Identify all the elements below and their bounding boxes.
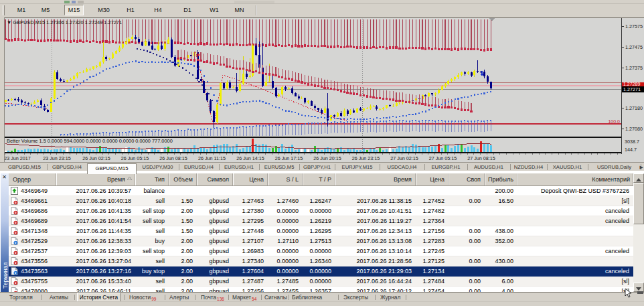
svg-text:144.7: 144.7 xyxy=(625,147,637,153)
svg-text:1.27289: 1.27289 xyxy=(623,82,640,86)
svg-text:23 Jun 2017: 23 Jun 2017 xyxy=(4,155,31,161)
svg-text:26 Jun 20:15: 26 Jun 20:15 xyxy=(313,155,341,161)
svg-text:26 Jun 23:15: 26 Jun 23:15 xyxy=(352,155,380,161)
svg-text:▼ GBPUSD,M15 1.27306 1.27320: ▼ GBPUSD,M15 1.27306 1.27320 1.27249 1.2… xyxy=(7,19,122,25)
svg-text:26 Jun 14:15: 26 Jun 14:15 xyxy=(236,155,264,161)
svg-text:26 Jun 17:15: 26 Jun 17:15 xyxy=(275,155,303,161)
svg-text:1.27575: 1.27575 xyxy=(625,23,643,29)
svg-text:3038.7: 3038.7 xyxy=(625,139,639,145)
svg-text:Better Volume 1.5 0.0000 594.0: Better Volume 1.5 0.0000 594.0000 0.0000… xyxy=(7,138,173,144)
svg-text:Терминал: Терминал xyxy=(2,262,9,289)
svg-text:100.0: 100.0 xyxy=(608,119,620,124)
svg-text:27 Jun 08:15: 27 Jun 08:15 xyxy=(467,155,495,161)
svg-text:1.27180: 1.27180 xyxy=(625,105,643,111)
svg-text:26 Jun 02:15: 26 Jun 02:15 xyxy=(82,155,110,161)
svg-text:1.27080: 1.27080 xyxy=(625,126,643,132)
svg-text:1.27271: 1.27271 xyxy=(623,86,641,92)
svg-text:1.27475: 1.27475 xyxy=(625,44,643,50)
svg-text:26 Jun 08:15: 26 Jun 08:15 xyxy=(159,155,187,161)
svg-text:26 Jun 11:15: 26 Jun 11:15 xyxy=(198,155,226,161)
svg-text:1.27375: 1.27375 xyxy=(625,65,643,71)
svg-text:27 Jun 02:15: 27 Jun 02:15 xyxy=(390,155,418,161)
svg-text:26 Jun 05:15: 26 Jun 05:15 xyxy=(121,155,149,161)
svg-text:23 Jun 23:15: 23 Jun 23:15 xyxy=(43,155,71,161)
svg-text:27 Jun 05:15: 27 Jun 05:15 xyxy=(429,155,457,161)
